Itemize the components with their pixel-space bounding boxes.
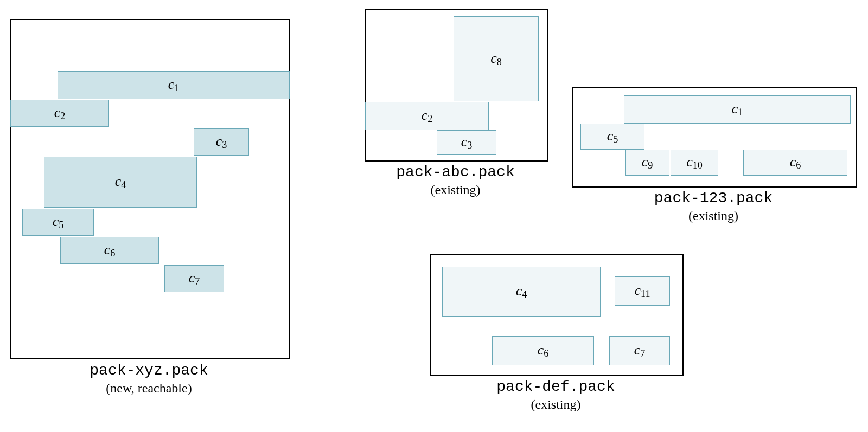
chunk-sub: 6 bbox=[110, 248, 115, 259]
chunk-sub: 6 bbox=[796, 160, 801, 171]
status-123: (existing) bbox=[572, 209, 855, 223]
chunk-sub: 8 bbox=[497, 56, 502, 67]
chunk-label: c bbox=[54, 105, 61, 120]
chunk-sub: 4 bbox=[121, 179, 126, 190]
chunk-c9: c9 bbox=[625, 150, 669, 176]
chunk-sub: 3 bbox=[222, 139, 227, 150]
chunk-label: c bbox=[634, 342, 641, 358]
caption-123: pack-123.pack (existing) bbox=[572, 190, 855, 223]
chunk-sub: 2 bbox=[60, 111, 65, 121]
diagram-canvas: c1 c2 c3 c4 c5 c6 c7 pack-xyz.pack (new,… bbox=[0, 0, 868, 432]
chunk-label: c bbox=[642, 154, 648, 170]
filename-def: pack-def.pack bbox=[430, 378, 681, 395]
chunk-sub: 5 bbox=[59, 220, 63, 230]
chunk-sub: 7 bbox=[640, 348, 645, 359]
chunk-sub: 1 bbox=[738, 107, 743, 118]
chunk-c5: c5 bbox=[22, 209, 94, 236]
pack-box-123: c1 c5 c9 c10 c6 bbox=[572, 87, 857, 188]
chunk-label: c bbox=[732, 101, 738, 117]
chunk-c10: c10 bbox=[671, 150, 718, 176]
status-def: (existing) bbox=[430, 397, 681, 412]
chunk-label: c bbox=[115, 173, 122, 189]
chunk-c7-def: c7 bbox=[609, 336, 670, 365]
chunk-label: c bbox=[686, 154, 693, 170]
chunk-label: c bbox=[461, 134, 468, 150]
chunk-label: c bbox=[490, 50, 497, 66]
chunk-label: c bbox=[53, 214, 59, 229]
chunk-c5-123: c5 bbox=[580, 124, 644, 150]
chunk-sub: 3 bbox=[467, 140, 472, 151]
chunk-c4-def: c4 bbox=[442, 267, 601, 317]
chunk-label: c bbox=[189, 270, 195, 286]
pack-box-abc: c8 c2 c3 bbox=[365, 9, 548, 162]
filename-xyz: pack-xyz.pack bbox=[10, 362, 288, 379]
chunk-sub: 1 bbox=[174, 82, 179, 93]
chunk-c2-abc: c2 bbox=[365, 102, 489, 130]
chunk-sub: 10 bbox=[693, 160, 703, 171]
chunk-c6-123: c6 bbox=[743, 150, 847, 176]
chunk-sub: 9 bbox=[648, 160, 653, 171]
filename-abc: pack-abc.pack bbox=[365, 164, 546, 180]
caption-abc: pack-abc.pack (existing) bbox=[365, 164, 546, 197]
caption-xyz: pack-xyz.pack (new, reachable) bbox=[10, 362, 288, 396]
chunk-c11: c11 bbox=[615, 276, 670, 306]
chunk-c3-abc: c3 bbox=[437, 130, 496, 155]
filename-123: pack-123.pack bbox=[572, 190, 855, 207]
chunk-c7: c7 bbox=[164, 265, 224, 292]
chunk-label: c bbox=[216, 133, 222, 149]
pack-box-def: c4 c11 c6 c7 bbox=[430, 254, 684, 376]
chunk-sub: 6 bbox=[544, 348, 548, 359]
chunk-c4: c4 bbox=[44, 157, 197, 208]
chunk-label: c bbox=[168, 76, 175, 92]
chunk-sub: 11 bbox=[641, 288, 650, 299]
chunk-sub: 2 bbox=[427, 113, 432, 124]
status-abc: (existing) bbox=[365, 183, 546, 197]
chunk-c3: c3 bbox=[194, 128, 249, 156]
chunk-c6: c6 bbox=[60, 237, 159, 264]
chunk-label: c bbox=[790, 154, 796, 170]
chunk-c8: c8 bbox=[454, 16, 539, 101]
chunk-c2: c2 bbox=[10, 100, 109, 127]
chunk-sub: 7 bbox=[195, 276, 200, 287]
chunk-sub: 4 bbox=[522, 289, 527, 300]
chunk-c1: c1 bbox=[58, 71, 290, 99]
pack-box-xyz: c1 c2 c3 c4 c5 c6 c7 bbox=[10, 19, 290, 359]
chunk-label: c bbox=[607, 128, 614, 144]
chunk-label: c bbox=[516, 283, 522, 299]
chunk-label: c bbox=[538, 342, 544, 358]
chunk-label: c bbox=[422, 107, 428, 123]
chunk-c1-123: c1 bbox=[624, 95, 851, 124]
chunk-label: c bbox=[634, 282, 641, 298]
chunk-c6-def: c6 bbox=[492, 336, 594, 365]
status-xyz: (new, reachable) bbox=[10, 381, 288, 396]
caption-def: pack-def.pack (existing) bbox=[430, 378, 681, 412]
chunk-label: c bbox=[104, 242, 111, 257]
chunk-sub: 5 bbox=[613, 134, 618, 145]
